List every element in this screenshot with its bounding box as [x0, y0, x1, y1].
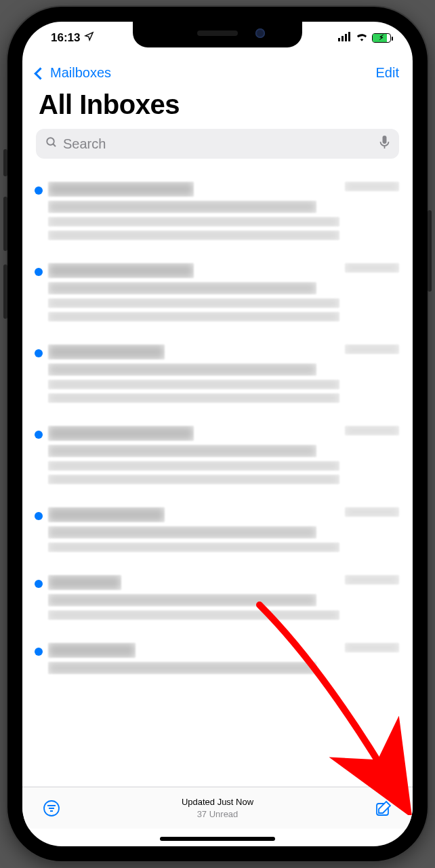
front-camera [255, 28, 265, 38]
svg-line-5 [53, 144, 56, 146]
wifi-icon [356, 31, 368, 45]
message-content-redacted [48, 263, 339, 326]
message-content-redacted [48, 575, 339, 624]
svg-rect-6 [383, 136, 387, 144]
message-content-redacted [48, 426, 339, 488]
message-row[interactable] [22, 566, 413, 633]
page-title: All Inboxes [39, 90, 180, 120]
message-row[interactable] [22, 633, 413, 688]
home-indicator[interactable] [160, 837, 275, 841]
updated-label: Updated Just Now [182, 797, 253, 807]
svg-point-4 [47, 138, 54, 145]
back-button[interactable]: Mailboxes [36, 65, 111, 81]
unread-dot-icon [35, 186, 43, 195]
message-content-redacted [48, 344, 339, 407]
message-row[interactable] [22, 254, 413, 335]
volume-down-button [3, 264, 7, 319]
status-time: 16:13 [51, 31, 80, 45]
earpiece [197, 31, 238, 36]
chevron-left-icon [34, 67, 46, 79]
message-row[interactable] [22, 335, 413, 416]
unread-dot-icon [35, 349, 43, 357]
compose-button[interactable] [372, 797, 395, 820]
svg-rect-0 [338, 38, 340, 41]
message-row[interactable] [22, 498, 413, 566]
message-content-redacted [48, 643, 339, 678]
unread-dot-icon [35, 268, 43, 276]
svg-rect-2 [345, 34, 347, 41]
message-content-redacted [48, 182, 339, 244]
nav-bar: Mailboxes Edit [22, 57, 413, 85]
svg-rect-1 [341, 36, 344, 41]
unread-dot-icon [35, 512, 43, 520]
search-icon [45, 136, 58, 152]
unread-dot-icon [35, 431, 43, 439]
toolbar-status: Updated Just Now 37 Unread [182, 796, 253, 820]
back-label: Mailboxes [50, 65, 111, 81]
message-list[interactable] [22, 172, 413, 787]
unread-dot-icon [35, 648, 43, 656]
dictate-icon[interactable] [379, 136, 390, 153]
mute-switch [3, 149, 7, 176]
bottom-toolbar: Updated Just Now 37 Unread [22, 787, 413, 829]
charging-icon: ⚡︎ [379, 33, 384, 42]
message-content-redacted [48, 507, 339, 556]
edit-button[interactable]: Edit [376, 65, 399, 81]
message-row[interactable] [22, 172, 413, 254]
unread-count: 37 Unread [182, 808, 253, 821]
search-field[interactable]: Search [36, 129, 399, 159]
device-frame: 16:13 ⚡︎ Mail [7, 7, 428, 861]
battery-icon: ⚡︎ [372, 33, 391, 43]
volume-up-button [3, 197, 7, 251]
cellular-icon [338, 31, 352, 45]
screen: 16:13 ⚡︎ Mail [22, 22, 413, 846]
side-button [428, 210, 432, 292]
location-icon [84, 31, 94, 45]
svg-rect-3 [348, 32, 350, 41]
unread-dot-icon [35, 580, 43, 588]
filter-button[interactable] [40, 797, 63, 820]
notch [133, 22, 302, 47]
message-row[interactable] [22, 416, 413, 498]
search-placeholder: Search [63, 136, 379, 152]
